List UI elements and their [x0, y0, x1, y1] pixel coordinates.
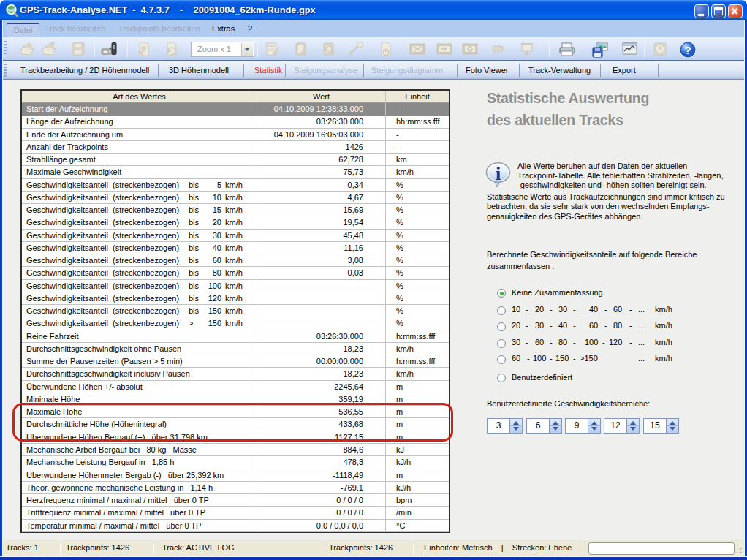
svg-text:?: ?	[684, 44, 691, 56]
svg-text:i: i	[496, 163, 501, 184]
